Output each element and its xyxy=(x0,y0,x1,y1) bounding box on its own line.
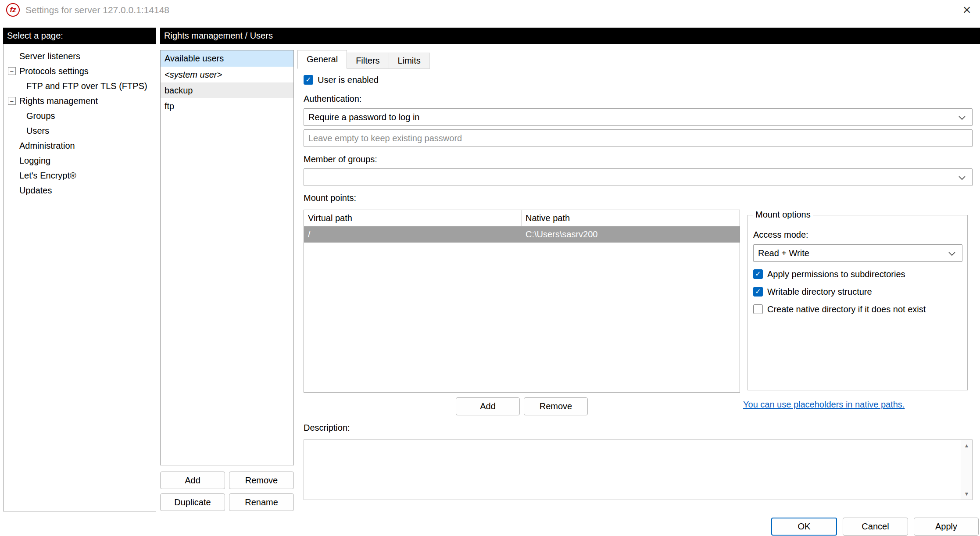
tree-item-label: Updates xyxy=(19,186,52,196)
tab-limits[interactable]: Limits xyxy=(389,53,430,69)
tree-item-rights-management[interactable]: − Rights management xyxy=(4,93,156,108)
tree-item-label: Groups xyxy=(26,111,55,121)
apply-button[interactable]: Apply xyxy=(914,518,979,536)
remove-user-button[interactable]: Remove xyxy=(229,472,294,489)
chevron-down-icon xyxy=(948,251,956,256)
tree-item-label: FTP and FTP over TLS (FTPS) xyxy=(26,81,147,91)
writable-structure-row: ✓ Writable directory structure xyxy=(753,286,872,298)
tree-item-label: Rights management xyxy=(19,96,98,106)
create-native-checkbox[interactable] xyxy=(753,304,763,314)
cancel-button[interactable]: Cancel xyxy=(843,518,908,536)
access-mode-value: Read + Write xyxy=(758,248,809,258)
settings-window: fz Settings for server 127.0.0.1:14148 ×… xyxy=(0,0,980,536)
tree-item-lets-encrypt[interactable]: Let's Encrypt® xyxy=(4,168,156,183)
collapse-icon[interactable]: − xyxy=(8,97,16,105)
apply-permissions-row: ✓ Apply permissions to subdirectories xyxy=(753,268,905,280)
user-list: Available users <system user> backup ftp xyxy=(160,50,294,465)
apply-permissions-label: Apply permissions to subdirectories xyxy=(767,269,905,279)
user-list-header: Available users xyxy=(161,50,293,67)
tree-item-label: Protocols settings xyxy=(19,66,89,76)
tree-item-server-listeners[interactable]: Server listeners xyxy=(4,49,156,64)
window-title: Settings for server 127.0.0.1:14148 xyxy=(25,0,169,20)
tree-item-protocols-settings[interactable]: − Protocols settings xyxy=(4,64,156,79)
chevron-down-icon xyxy=(958,175,966,180)
member-of-groups-label: Member of groups: xyxy=(304,154,377,164)
user-row-ftp[interactable]: ftp xyxy=(161,98,293,114)
mount-points-label: Mount points: xyxy=(304,193,356,203)
tree-item-updates[interactable]: Updates xyxy=(4,183,156,198)
page-selector-header: Select a page: xyxy=(3,28,156,44)
scroll-down-icon[interactable]: ▼ xyxy=(961,488,972,500)
close-icon[interactable]: × xyxy=(956,0,977,20)
remove-mount-button[interactable]: Remove xyxy=(524,397,588,415)
table-header-row: Virtual path Native path xyxy=(304,210,740,226)
user-row-system[interactable]: <system user> xyxy=(161,67,293,82)
placeholders-link[interactable]: You can use placeholders in native paths… xyxy=(743,400,905,410)
tree-item-label: Users xyxy=(26,126,49,136)
check-icon: ✓ xyxy=(305,76,311,83)
titlebar: fz Settings for server 127.0.0.1:14148 × xyxy=(0,0,980,20)
scrollbar[interactable]: ▲ ▼ xyxy=(961,440,972,500)
writable-structure-label: Writable directory structure xyxy=(767,287,872,297)
tree-item-label: Server listeners xyxy=(19,51,80,61)
tab-filters[interactable]: Filters xyxy=(347,53,389,69)
add-mount-button[interactable]: Add xyxy=(456,397,520,415)
add-user-button[interactable]: Add xyxy=(160,472,225,489)
mount-options-title: Mount options xyxy=(753,210,813,220)
tree-item-logging[interactable]: Logging xyxy=(4,153,156,168)
tree-item-administration[interactable]: Administration xyxy=(4,138,156,153)
description-textarea-wrapper: ▲ ▼ xyxy=(304,440,973,500)
password-input[interactable] xyxy=(304,129,973,147)
duplicate-user-button[interactable]: Duplicate xyxy=(160,493,225,511)
mount-points-table: Virtual path Native path / C:\Users\sasr… xyxy=(304,210,740,393)
create-native-row: Create native directory if it does not e… xyxy=(753,303,926,315)
collapse-icon[interactable]: − xyxy=(8,67,16,75)
scroll-up-icon[interactable]: ▲ xyxy=(961,440,972,451)
create-native-label: Create native directory if it does not e… xyxy=(767,304,926,314)
content-header: Rights management / Users xyxy=(160,28,980,44)
tab-strip: General Filters Limits xyxy=(297,50,973,69)
apply-permissions-checkbox[interactable]: ✓ xyxy=(753,269,763,279)
description-textarea[interactable] xyxy=(304,440,961,500)
column-header-native-path[interactable]: Native path xyxy=(522,210,740,226)
tree-item-label: Let's Encrypt® xyxy=(19,171,76,181)
mount-cell-native-path: C:\Users\sasrv200 xyxy=(522,226,740,243)
check-icon: ✓ xyxy=(755,288,761,295)
page-tree: Server listeners − Protocols settings FT… xyxy=(3,44,156,511)
authentication-value: Require a password to log in xyxy=(308,112,419,122)
check-icon: ✓ xyxy=(755,271,761,278)
user-enabled-row: ✓ User is enabled xyxy=(304,74,379,86)
groups-select[interactable] xyxy=(304,168,973,186)
user-enabled-checkbox[interactable]: ✓ xyxy=(304,75,313,85)
tree-item-groups[interactable]: Groups xyxy=(4,108,156,123)
authentication-select[interactable]: Require a password to log in xyxy=(304,108,973,126)
authentication-label: Authentication: xyxy=(304,94,361,104)
column-header-virtual-path[interactable]: Virtual path xyxy=(304,210,522,226)
description-label: Description: xyxy=(304,423,350,433)
access-mode-select[interactable]: Read + Write xyxy=(753,244,962,262)
tree-item-label: Administration xyxy=(19,141,75,151)
writable-structure-checkbox[interactable]: ✓ xyxy=(753,287,763,297)
filezilla-logo-icon: fz xyxy=(6,3,20,17)
tree-item-users[interactable]: Users xyxy=(4,123,156,138)
tree-item-ftp-ftps[interactable]: FTP and FTP over TLS (FTPS) xyxy=(4,79,156,93)
user-row-backup[interactable]: backup xyxy=(161,82,293,98)
access-mode-label: Access mode: xyxy=(753,230,808,240)
chevron-down-icon xyxy=(958,115,966,120)
table-row[interactable]: / C:\Users\sasrv200 xyxy=(304,226,740,243)
user-enabled-label: User is enabled xyxy=(318,75,379,85)
mount-cell-virtual-path: / xyxy=(304,226,522,243)
ok-button[interactable]: OK xyxy=(771,518,837,536)
tab-general[interactable]: General xyxy=(297,50,347,69)
tree-item-label: Logging xyxy=(19,156,50,166)
mount-options-group xyxy=(748,215,968,390)
rename-user-button[interactable]: Rename xyxy=(229,493,294,511)
